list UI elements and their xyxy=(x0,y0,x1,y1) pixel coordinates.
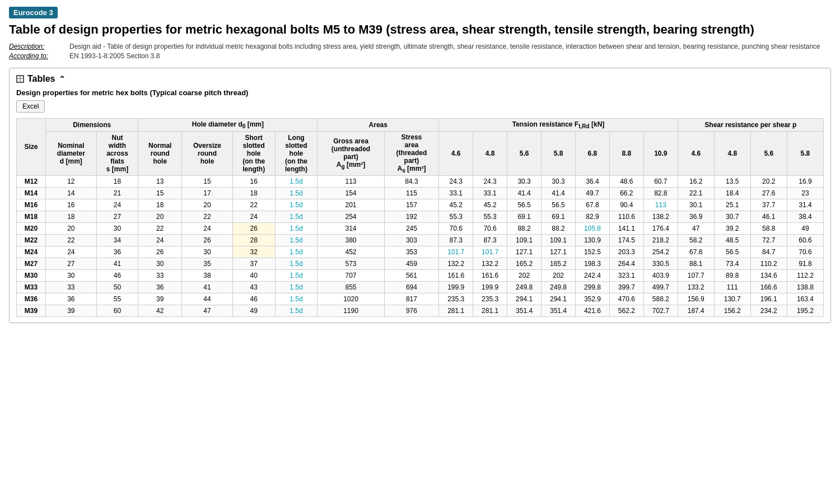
hdr-gross-area: Gross area(unthreadedpart)Ag [mm²] xyxy=(318,131,384,175)
shear-header: Shear resistance per shear p xyxy=(678,118,823,131)
hdr-t68: 6.8 xyxy=(575,131,609,175)
hole-diameter-header: Hole diameter d0 [mm] xyxy=(138,118,318,131)
hdr-normal: Normalroundhole xyxy=(138,131,182,175)
section-header: Tables ⌃ xyxy=(16,74,824,84)
chevron-up-icon: ⌃ xyxy=(59,74,66,83)
hdr-t48: 4.8 xyxy=(473,131,507,175)
table-row: M3939604247491.5d1190976281.1281.1351.43… xyxy=(17,305,824,317)
table-row: M2020302224261.5d31424570.670.688.288.21… xyxy=(17,223,824,235)
description-value: Design aid - Table of design properties … xyxy=(69,43,820,50)
according-label: According to: xyxy=(9,52,65,60)
areas-header: Areas xyxy=(318,118,439,131)
excel-button[interactable]: Excel xyxy=(16,100,45,113)
sub-title: Design properties for metric hex bolts (… xyxy=(16,88,824,97)
table-row: M3333503641431.5d855694199.9199.9249.824… xyxy=(17,282,824,293)
hdr-t46: 4.6 xyxy=(439,131,473,175)
sub-header-row: Nominaldiameterd [mm] Nutwidthacrossflat… xyxy=(17,131,824,175)
table-row: M1818272022241.5d25419255.355.369.169.18… xyxy=(17,211,824,223)
hdr-s58: 5.8 xyxy=(787,131,823,175)
table-icon xyxy=(16,75,24,83)
page: Eurocode 3 Table of design properties fo… xyxy=(0,0,840,330)
table-row: M3636553944461.5d1020817235.3235.3294.12… xyxy=(17,293,824,305)
according-row: According to: EN 1993-1-8:2005 Section 3… xyxy=(9,52,831,60)
hdr-s56: 5.6 xyxy=(750,131,787,175)
hdr-s46: 4.6 xyxy=(678,131,714,175)
table-row: M2727413035371.5d573459132.2132.2165.216… xyxy=(17,258,824,270)
hdr-oversize: Oversizeroundhole xyxy=(182,131,233,175)
hdr-nominal-d: Nominaldiameterd [mm] xyxy=(46,131,97,175)
size-header: Size xyxy=(17,118,46,176)
description-row: Description: Design aid - Table of desig… xyxy=(9,43,831,50)
according-value: EN 1993-1-8:2005 Section 3.8 xyxy=(69,52,160,60)
page-title: Table of design properties for metric he… xyxy=(9,22,831,38)
badge: Eurocode 3 xyxy=(9,7,58,18)
table-row: M1616241820221.5d20115745.245.256.556.56… xyxy=(17,199,824,211)
data-table: Size Dimensions Hole diameter d0 [mm] Ar… xyxy=(16,118,824,318)
col-group-row: Size Dimensions Hole diameter d0 [mm] Ar… xyxy=(17,118,824,131)
table-row: M2424362630321.5d452353101.7101.7127.112… xyxy=(17,246,824,258)
table-row: M2222342426281.5d38030387.387.3109.1109.… xyxy=(17,235,824,246)
dimensions-header: Dimensions xyxy=(46,118,138,131)
table-row: M1212181315161.5d11384.324.324.330.330.3… xyxy=(17,176,824,188)
section-title: Tables xyxy=(27,74,55,84)
hdr-long-slotted: Longslottedhole(on thelength) xyxy=(275,131,318,175)
hdr-t109: 10.9 xyxy=(643,131,678,175)
table-row: M3030463338401.5d707561161.6161.62022022… xyxy=(17,270,824,282)
table-row: M1414211517181.5d15411533.133.141.441.44… xyxy=(17,188,824,199)
description-label: Description: xyxy=(9,43,65,50)
hdr-s48: 4.8 xyxy=(714,131,750,175)
hdr-t88: 8.8 xyxy=(609,131,643,175)
section-box: Tables ⌃ Design properties for metric he… xyxy=(9,68,831,324)
hdr-t58: 5.8 xyxy=(542,131,576,175)
hdr-nut-width: Nutwidthacrossflatss [mm] xyxy=(96,131,138,175)
tension-header: Tension resistance Ft,Rd [kN] xyxy=(439,118,678,131)
hdr-short-slotted: Shortslottedhole(on thelength) xyxy=(232,131,275,175)
table-wrapper[interactable]: Size Dimensions Hole diameter d0 [mm] Ar… xyxy=(16,118,824,318)
hdr-stress-area: Stressarea(threadedpart)As [mm²] xyxy=(384,131,439,175)
hdr-t56: 5.6 xyxy=(507,131,542,175)
